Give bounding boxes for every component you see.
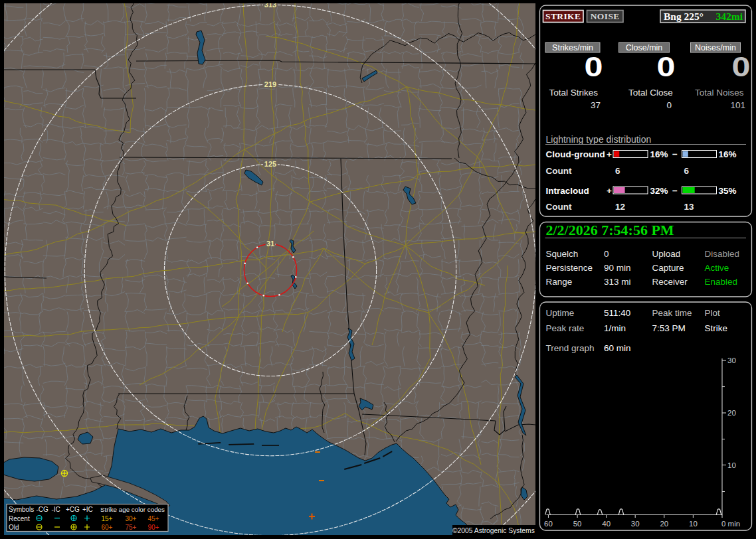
svg-text:10: 10 xyxy=(689,520,698,528)
svg-text:Count: Count xyxy=(546,202,572,212)
svg-text:Symbols: Symbols xyxy=(9,506,34,513)
svg-text:0 min: 0 min xyxy=(721,520,740,528)
svg-text:219: 219 xyxy=(264,80,276,88)
svg-text:1/min: 1/min xyxy=(604,323,626,333)
svg-text:0: 0 xyxy=(732,50,751,82)
svg-text:125: 125 xyxy=(264,160,276,168)
svg-text:50: 50 xyxy=(573,520,582,528)
svg-text:313 mi: 313 mi xyxy=(604,277,631,287)
svg-text:Total Noises: Total Noises xyxy=(695,88,744,98)
svg-text:16%: 16% xyxy=(650,149,668,159)
svg-text:Noises/min: Noises/min xyxy=(695,43,736,52)
svg-text:Total Close: Total Close xyxy=(628,88,673,98)
svg-text:Active: Active xyxy=(705,263,729,273)
svg-text:+CG: +CG xyxy=(66,506,80,513)
svg-text:20: 20 xyxy=(660,520,668,528)
svg-text:37: 37 xyxy=(591,100,601,110)
svg-text:13: 13 xyxy=(684,202,695,212)
svg-text:Enabled: Enabled xyxy=(705,277,738,287)
svg-text:40: 40 xyxy=(602,520,611,528)
svg-text:90+: 90+ xyxy=(148,524,159,531)
svg-text:12: 12 xyxy=(615,202,625,212)
svg-text:Strike: Strike xyxy=(705,323,728,333)
svg-text:Intracloud: Intracloud xyxy=(546,186,589,196)
svg-text:6: 6 xyxy=(684,166,690,176)
svg-text:Receiver: Receiver xyxy=(652,277,688,287)
svg-text:NOISE: NOISE xyxy=(591,11,620,21)
svg-text:60: 60 xyxy=(544,520,553,528)
svg-text:Squelch: Squelch xyxy=(546,249,579,259)
svg-text:©2005 Astrogenic Systems: ©2005 Astrogenic Systems xyxy=(452,527,535,534)
svg-text:32%: 32% xyxy=(650,186,668,196)
svg-text:+IC: +IC xyxy=(82,506,93,513)
svg-text:Total Strikes: Total Strikes xyxy=(549,88,599,98)
svg-text:Peak time: Peak time xyxy=(652,308,692,318)
svg-text:−: − xyxy=(672,186,678,196)
svg-text:0: 0 xyxy=(666,100,672,110)
svg-text:Disabled: Disabled xyxy=(705,249,740,259)
svg-text:Uptime: Uptime xyxy=(546,308,575,318)
svg-text:10: 10 xyxy=(727,461,736,469)
svg-text:30+: 30+ xyxy=(126,515,137,522)
svg-text:101: 101 xyxy=(730,100,745,110)
svg-text:Lightning type distribution: Lightning type distribution xyxy=(546,134,652,145)
svg-text:7:53 PM: 7:53 PM xyxy=(652,323,686,333)
svg-text:Plot: Plot xyxy=(705,308,721,318)
svg-text:45+: 45+ xyxy=(148,515,159,522)
svg-text:90 min: 90 min xyxy=(604,263,631,273)
svg-text:30: 30 xyxy=(631,520,640,528)
svg-text:Range: Range xyxy=(546,277,573,287)
svg-text:STRIKE: STRIKE xyxy=(545,11,581,21)
svg-text:−: − xyxy=(672,149,678,159)
svg-text:0: 0 xyxy=(585,50,603,82)
svg-text:60 min: 60 min xyxy=(604,343,631,353)
svg-text:Old: Old xyxy=(9,524,19,531)
svg-text:0: 0 xyxy=(604,249,609,259)
svg-text:Peak rate: Peak rate xyxy=(546,323,585,333)
svg-text:Strike age color codes: Strike age color codes xyxy=(100,506,165,513)
svg-text:6: 6 xyxy=(615,166,620,176)
svg-text:342mi: 342mi xyxy=(716,11,743,22)
svg-text:20: 20 xyxy=(727,409,736,417)
svg-text:Count: Count xyxy=(546,166,572,176)
svg-text:-CG: -CG xyxy=(37,506,49,513)
svg-text:0: 0 xyxy=(657,50,676,82)
svg-text:16%: 16% xyxy=(719,149,737,159)
svg-text:-IC: -IC xyxy=(52,506,60,513)
svg-text:31: 31 xyxy=(266,240,274,248)
svg-text:35%: 35% xyxy=(719,186,737,196)
svg-text:Cloud-ground: Cloud-ground xyxy=(546,149,605,159)
svg-text:Capture: Capture xyxy=(652,263,684,273)
svg-text:75+: 75+ xyxy=(126,524,137,531)
svg-text:60+: 60+ xyxy=(102,524,113,531)
svg-text:511:40: 511:40 xyxy=(604,308,630,318)
svg-text:Persistence: Persistence xyxy=(546,263,593,273)
svg-text:Trend graph: Trend graph xyxy=(546,343,595,353)
svg-text:30: 30 xyxy=(727,356,736,364)
svg-text:Upload: Upload xyxy=(652,249,681,259)
svg-text:+: + xyxy=(607,186,612,196)
svg-text:+: + xyxy=(607,149,612,159)
svg-text:Recent: Recent xyxy=(9,515,30,522)
svg-text:Bng 225°: Bng 225° xyxy=(664,11,704,22)
svg-text:2/2/2026 7:54:56 PM: 2/2/2026 7:54:56 PM xyxy=(546,222,674,238)
svg-text:15+: 15+ xyxy=(102,515,113,522)
